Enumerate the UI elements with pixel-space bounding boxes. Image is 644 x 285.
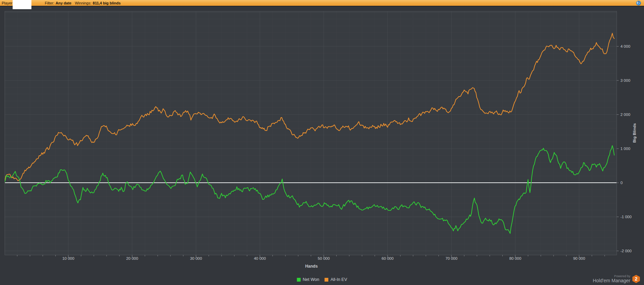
legend-swatch (325, 278, 328, 282)
x-tick-label: 70 000 (445, 256, 457, 260)
plot-area[interactable] (5, 11, 617, 255)
y-axis-title: Big Blinds (632, 123, 636, 143)
help-icon[interactable]: ? (636, 1, 641, 5)
y-tick-label: 3 000 (620, 78, 630, 82)
y-tick-label: -1 000 (620, 215, 632, 219)
legend-swatch (297, 278, 300, 282)
hm2-results-graph-window: Player: Filter: Any date Winnings: 811,4… (0, 0, 644, 285)
y-tick-label: 0 (620, 181, 622, 185)
y-tick-label: 4 000 (620, 44, 630, 48)
hm2-logo-icon: 2 (632, 275, 640, 283)
winnings-label: Winnings: (75, 1, 91, 5)
filter-value[interactable]: Any date (56, 1, 71, 5)
x-tick-label: 60 000 (381, 256, 393, 260)
legend-label: All-In EV (331, 277, 347, 282)
player-label: Player: (2, 1, 13, 5)
x-tick-label: 10 000 (62, 256, 74, 260)
y-tick-label: 1 000 (620, 147, 630, 151)
legend-label: Net Won (303, 277, 319, 282)
y-tick-label: -2 000 (620, 249, 632, 253)
winnings-chart[interactable]: 10 00020 00030 00040 00050 00060 00070 0… (0, 0, 644, 285)
x-tick-label: 20 000 (126, 256, 138, 260)
chart-legend: Net WonAll-In EV (297, 277, 347, 282)
top-filter-bar: Player: Filter: Any date Winnings: 811,4… (0, 0, 644, 6)
x-tick-label: 30 000 (190, 256, 202, 260)
x-tick-label: 40 000 (254, 256, 266, 260)
x-tick-label: 50 000 (318, 256, 330, 260)
winnings-value: 811,4 big blinds (93, 1, 121, 5)
brand-name: Hold'em Manager (593, 278, 630, 283)
legend-item-net-won[interactable]: Net Won (297, 277, 319, 282)
x-axis-title: Hands (305, 264, 318, 269)
x-tick-label: 90 000 (573, 256, 585, 260)
filter-label: Filter: (45, 1, 54, 5)
legend-item-all-in-ev[interactable]: All-In EV (325, 277, 347, 282)
powered-by-branding: Powered by Hold'em Manager 2 (593, 275, 640, 283)
y-tick-label: 2 000 (620, 112, 630, 117)
player-name-box[interactable] (13, 0, 31, 9)
x-tick-label: 80 000 (509, 256, 521, 260)
